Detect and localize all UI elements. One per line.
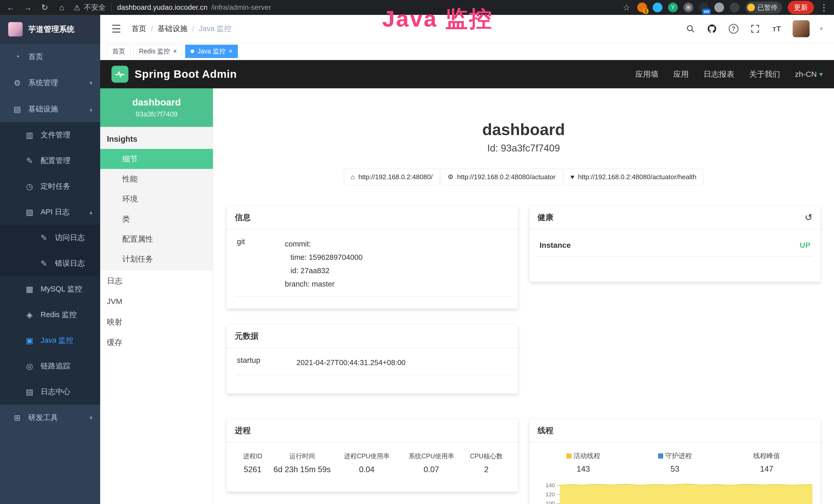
breadcrumb-section[interactable]: 基础设施 xyxy=(158,24,188,34)
sba-brand-title[interactable]: Spring Boot Admin xyxy=(135,68,237,81)
info-card: 信息 git commit: time: 1596289704000 id: 2… xyxy=(226,206,518,308)
sidebar-item-label: 链路追踪 xyxy=(41,361,70,371)
sidebar-item-mysql-monitor[interactable]: ▦ MySQL 监控 xyxy=(0,276,100,302)
sba-item-scheduled-tasks[interactable]: 计划任务 xyxy=(100,249,213,269)
log-center-icon: ▤ xyxy=(25,387,35,397)
help-icon[interactable]: ? xyxy=(728,23,739,35)
tab-label: Redis 监控 xyxy=(139,47,170,55)
sba-item-metrics[interactable]: 性能 xyxy=(100,169,213,189)
legend-label: 活动线程 xyxy=(574,451,600,460)
sidebar-item-file-manage[interactable]: ▥ 文件管理 xyxy=(0,122,100,148)
bookmark-star-icon[interactable]: ☆ xyxy=(621,3,632,12)
sba-nav-about[interactable]: 关于我们 xyxy=(749,69,780,79)
sidebar-item-api-logs[interactable]: ▧ API 日志 ▴ xyxy=(0,199,100,225)
extension-icon-grid[interactable]: ⊞ xyxy=(683,3,693,12)
sba-nav-journal[interactable]: 日志报表 xyxy=(704,69,734,79)
sidebar-item-infra[interactable]: ▤ 基础设施 ▴ xyxy=(0,96,100,122)
sba-instance-header[interactable]: dashboard 93a3fc7f7409 xyxy=(100,88,213,127)
tab-close-icon[interactable]: × xyxy=(228,47,233,55)
user-menu-caret-icon[interactable]: ▾ xyxy=(820,25,823,32)
paused-badge[interactable]: 已暂停 xyxy=(745,2,782,14)
github-icon[interactable] xyxy=(706,23,718,35)
sba-item-classes[interactable]: 类 xyxy=(100,209,213,229)
sidebar-item-label: 研发工具 xyxy=(28,413,58,423)
extension-badge-count: 1 xyxy=(643,8,649,14)
font-size-icon[interactable]: тT xyxy=(771,23,782,35)
app-header: ☰ 首页 / 基础设施 / Java 监控 ? xyxy=(100,15,834,43)
health-url-link[interactable]: ♥ http://192.168.0.2:48080/actuator/heal… xyxy=(564,169,704,185)
sba-item-details[interactable]: 细节 xyxy=(100,149,213,169)
sba-item-jvm[interactable]: JVM xyxy=(100,291,213,312)
history-icon[interactable]: ↺ xyxy=(805,212,812,223)
extension-icon-puzzle[interactable] xyxy=(730,3,740,12)
file-icon: ▥ xyxy=(25,131,35,140)
error-log-icon: ✎ xyxy=(39,259,49,268)
tab-java-monitor[interactable]: Java 监控 × xyxy=(185,45,238,58)
url-bar[interactable]: ⚠ 不安全 dashboard.yudao.iocoder.cn/infra/a… xyxy=(73,3,271,12)
actuator-url-link[interactable]: ⚙ http://192.168.0.2:48080/actuator xyxy=(440,169,562,185)
sba-nav-wall[interactable]: 应用墙 xyxy=(635,69,658,79)
sidebar-item-scheduled-jobs[interactable]: ◷ 定时任务 xyxy=(0,174,100,199)
chevron-down-icon: ▾ xyxy=(89,414,92,421)
sidebar-item-config-manage[interactable]: ✎ 配置管理 xyxy=(0,148,100,174)
user-avatar[interactable] xyxy=(793,20,810,37)
health-instance-row[interactable]: Instance UP xyxy=(537,237,813,256)
sba-nav-applications[interactable]: 应用 xyxy=(673,69,688,79)
sba-item-logs[interactable]: 日志 xyxy=(100,271,213,291)
security-label: 不安全 xyxy=(84,3,106,12)
process-header-cpu-cores: CPU核心数 xyxy=(463,452,510,460)
sba-item-environment[interactable]: 环境 xyxy=(100,189,213,209)
sba-item-mappings[interactable]: 映射 xyxy=(100,312,213,332)
browser-extensions-area: ☆ 1 Y ⊞ on 已暂停 更新 ⋮ xyxy=(621,1,828,14)
left-column: 信息 git commit: time: 1596289704000 id: 2… xyxy=(226,206,518,492)
fullscreen-icon[interactable] xyxy=(749,23,761,35)
process-table: 进程ID 5261 运行时间 6d 23h 15m 59s 进程CPU使用率 xyxy=(235,452,510,474)
sidebar-item-label: Redis 监控 xyxy=(41,310,76,320)
sba-item-caches[interactable]: 缓存 xyxy=(100,332,213,353)
home-icon[interactable]: ⌂ xyxy=(57,3,67,12)
sidebar-item-label: 错误日志 xyxy=(55,258,85,269)
sba-locale-select[interactable]: zh-CN ▾ xyxy=(795,70,823,78)
sidebar-item-tracing[interactable]: ◎ 链路追踪 xyxy=(0,353,100,379)
update-button[interactable]: 更新 xyxy=(788,1,814,14)
sidebar-item-dev-tools[interactable]: ⊞ 研发工具 ▾ xyxy=(0,405,100,431)
sidebar-item-access-logs[interactable]: ✎ 访问日志 xyxy=(0,225,100,251)
service-url-link[interactable]: ⌂ http://192.168.0.2:48080/ xyxy=(344,169,440,185)
process-value-system-cpu: 0.07 xyxy=(400,465,463,474)
reload-icon[interactable]: ↻ xyxy=(40,3,50,12)
search-icon[interactable] xyxy=(685,23,696,35)
dashboard-icon: ◔ xyxy=(12,52,22,61)
sidebar-item-log-center[interactable]: ▤ 日志中心 xyxy=(0,379,100,405)
hamburger-icon[interactable]: ☰ xyxy=(111,23,121,35)
extension-icon-leaf[interactable] xyxy=(714,3,724,12)
threads-card-title: 线程 xyxy=(537,425,553,436)
log-icon: ▧ xyxy=(25,207,35,217)
sidebar-brand[interactable]: 芋道管理系统 xyxy=(0,15,100,44)
tab-close-icon[interactable]: × xyxy=(173,47,177,55)
git-time-line: time: 1596289704000 xyxy=(290,251,510,264)
sidebar-item-home[interactable]: ◔ 首页 xyxy=(0,44,100,70)
sba-content: dashboard Id: 93a3fc7f7409 ⌂ http://192.… xyxy=(213,88,834,504)
instance-name: dashboard xyxy=(132,97,181,108)
extension-y-glyph: Y xyxy=(671,4,675,11)
extension-icon-fox[interactable]: 1 xyxy=(637,3,647,12)
edit-icon: ✎ xyxy=(25,156,35,166)
extension-icon-y[interactable]: Y xyxy=(668,3,678,12)
extension-icon-drop[interactable] xyxy=(653,3,662,12)
sidebar-item-java-monitor[interactable]: ▣ Java 监控 xyxy=(0,328,100,353)
tab-home[interactable]: 首页 xyxy=(107,45,130,58)
forward-icon[interactable]: → xyxy=(23,3,33,12)
sba-logo-icon[interactable] xyxy=(111,66,128,83)
sidebar-item-error-logs[interactable]: ✎ 错误日志 xyxy=(0,251,100,276)
breadcrumb-home[interactable]: 首页 xyxy=(132,24,147,34)
sidebar-item-system[interactable]: ⚙ 系统管理 ▾ xyxy=(0,70,100,96)
sidebar-item-redis-monitor[interactable]: ◈ Redis 监控 xyxy=(0,302,100,328)
tab-redis-monitor[interactable]: Redis 监控 × xyxy=(134,45,182,58)
right-column: 健康 ↺ Instance UP xyxy=(529,206,821,504)
wrench-icon: ⚙ xyxy=(447,173,453,181)
back-icon[interactable]: ← xyxy=(6,3,16,12)
extension-icon-switch[interactable]: on xyxy=(699,3,709,12)
tab-label: 首页 xyxy=(112,47,125,55)
sba-item-config-props[interactable]: 配置属性 xyxy=(100,229,213,249)
browser-menu-icon[interactable]: ⋮ xyxy=(820,2,828,13)
